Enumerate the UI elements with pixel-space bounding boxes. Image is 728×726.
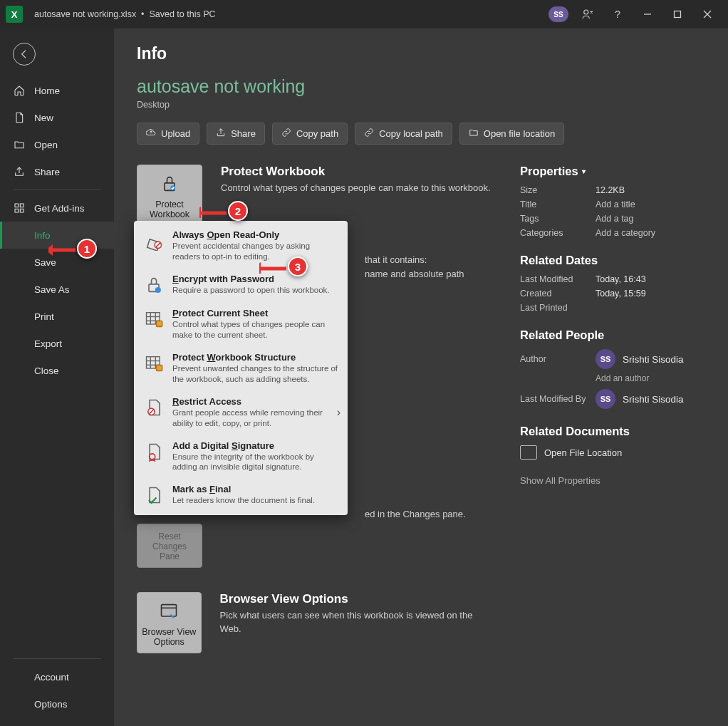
dropdown-item-encrypt-with-password[interactable]: Encrypt with PasswordRequire a password … [134, 268, 348, 302]
menu-item-description: Ensure the integrity of the workbook by … [172, 452, 339, 473]
prop-label: Last Modified [520, 274, 596, 284]
open-file-location-button[interactable]: Open file location [459, 123, 564, 145]
menu-item-title: Mark as Final [172, 484, 339, 494]
title-filename: autosave not working.xlsx • Saved to thi… [34, 9, 216, 19]
svg-rect-2 [675, 11, 681, 18]
maximize-button[interactable] [662, 1, 692, 27]
coming-soon-icon[interactable] [573, 1, 603, 27]
sidebar-item-open[interactable]: Open [0, 131, 114, 158]
related-documents-header: Related Documents [520, 425, 705, 438]
prop-value[interactable]: Add a tag [596, 214, 634, 224]
copy-local-path-button[interactable]: Copy local path [355, 123, 452, 145]
menu-item-title: Restrict Access [172, 396, 339, 407]
sidebar-item-label: Open [34, 140, 58, 150]
chevron-right-icon: › [337, 406, 340, 419]
open-file-location-link[interactable]: Open File Location [520, 445, 705, 460]
sidebar-item-share[interactable]: Share [0, 158, 114, 185]
dropdown-item-mark-as-final[interactable]: Mark as FinalLet readers know the docume… [134, 478, 348, 512]
backstage-sidebar: Home New Open Share Get Add-ins Info Sav… [0, 28, 114, 726]
sidebar-item-label: Print [34, 311, 54, 322]
minimize-button[interactable] [633, 1, 662, 27]
section-description: Pick what users can see when this workbo… [220, 609, 492, 636]
section-heading: Browser View Options [220, 592, 492, 606]
upload-icon [146, 128, 156, 140]
sidebar-item-get-addins[interactable]: Get Add-ins [0, 195, 114, 222]
sidebar-item-label: Close [34, 365, 59, 376]
sidebar-item-options[interactable]: Options [0, 690, 114, 717]
sidebar-item-label: Export [34, 338, 62, 349]
prop-value: 12.2KB [596, 185, 625, 195]
svg-rect-7 [15, 209, 19, 212]
addins-icon [13, 202, 26, 214]
browser-view-options-button[interactable]: Browser View Options [137, 592, 202, 653]
prop-label: Last Printed [520, 303, 596, 313]
sidebar-item-label: New [34, 113, 53, 123]
sidebar-item-close[interactable]: Close [0, 357, 114, 384]
prop-value: Today, 16:43 [596, 274, 646, 284]
modified-by-label: Last Modified By [520, 394, 596, 404]
menu-item-title: Protect Workbook Structure [172, 352, 339, 363]
home-icon [13, 84, 26, 97]
prop-label: Title [520, 199, 596, 209]
menu-item-icon [142, 484, 165, 507]
dropdown-item-protect-workbook-structure[interactable]: Protect Workbook StructurePrevent unwant… [134, 346, 348, 390]
changes-hidden-text: ed in the Changes pane. [365, 509, 466, 519]
sidebar-item-home[interactable]: Home [0, 77, 114, 104]
sidebar-item-label: Home [34, 85, 60, 96]
sidebar-item-save-as[interactable]: Save As [0, 276, 114, 303]
menu-item-description: Grant people access while removing their… [172, 408, 339, 429]
prop-value[interactable]: Add a category [596, 228, 655, 238]
document-title: autosave not working [137, 76, 705, 97]
help-icon[interactable]: ? [603, 1, 633, 27]
close-button[interactable] [692, 1, 722, 27]
sidebar-item-print[interactable]: Print [0, 303, 114, 330]
dropdown-item-add-a-digital-signature[interactable]: Add a Digital SignatureEnsure the integr… [134, 435, 348, 479]
prop-value[interactable]: Add a title [596, 199, 635, 209]
prop-value: Today, 15:59 [596, 289, 646, 299]
dropdown-item-restrict-access[interactable]: Restrict AccessGrant people access while… [134, 390, 348, 435]
button-label: Copy local path [379, 128, 443, 139]
add-author-link[interactable]: Add an author [596, 373, 705, 383]
button-label: Reset Changes Pane [142, 531, 197, 561]
inspect-hidden-text: that it contains: [365, 253, 492, 267]
folder-icon [520, 445, 537, 460]
svg-point-0 [584, 10, 588, 14]
button-label: Browser View Options [142, 627, 196, 647]
author-name: Srishti Sisodia [623, 354, 684, 365]
section-heading: Protect Workbook [221, 165, 491, 179]
section-description: Control what types of changes people can… [221, 182, 491, 195]
sidebar-item-new[interactable]: New [0, 104, 114, 131]
properties-header[interactable]: Properties ▾ [520, 165, 705, 178]
folder-icon [469, 128, 479, 140]
menu-item-description: Control what types of changes people can… [172, 319, 339, 341]
menu-item-icon [142, 308, 165, 331]
share-button[interactable]: Share [207, 123, 265, 145]
sidebar-item-label: Account [34, 672, 69, 683]
show-all-properties-link[interactable]: Show All Properties [520, 475, 600, 486]
reset-changes-pane-button[interactable]: Reset Changes Pane [137, 524, 202, 568]
back-button[interactable] [13, 43, 36, 66]
modified-by-name: Srishti Sisodia [623, 394, 684, 405]
avatar: SS [596, 389, 615, 409]
button-label: Share [231, 128, 256, 139]
folder-open-icon [13, 138, 26, 151]
menu-item-title: Add a Digital Signature [172, 440, 339, 451]
copy-path-button[interactable]: Copy path [272, 123, 348, 145]
sidebar-item-account[interactable]: Account [0, 663, 114, 690]
upload-button[interactable]: Upload [137, 123, 199, 145]
avatar: SS [596, 349, 615, 369]
menu-item-icon [142, 229, 165, 252]
share-icon [216, 128, 226, 140]
page-title: Info [137, 44, 705, 63]
dropdown-item-always-open-read-only[interactable]: Always Open Read-OnlyPrevent accidental … [134, 224, 348, 268]
excel-app-icon [6, 6, 23, 23]
dropdown-item-protect-current-sheet[interactable]: Protect Current SheetControl what types … [134, 302, 348, 346]
chevron-down-icon: ▾ [582, 167, 586, 175]
menu-item-icon [142, 396, 165, 419]
user-badge[interactable]: SS [548, 6, 568, 22]
sidebar-item-label: Options [34, 699, 68, 710]
link-label: Open File Location [544, 447, 622, 458]
sidebar-item-export[interactable]: Export [0, 330, 114, 357]
button-label: Open file location [484, 128, 555, 139]
menu-item-description: Let readers know the document is final. [172, 495, 339, 506]
